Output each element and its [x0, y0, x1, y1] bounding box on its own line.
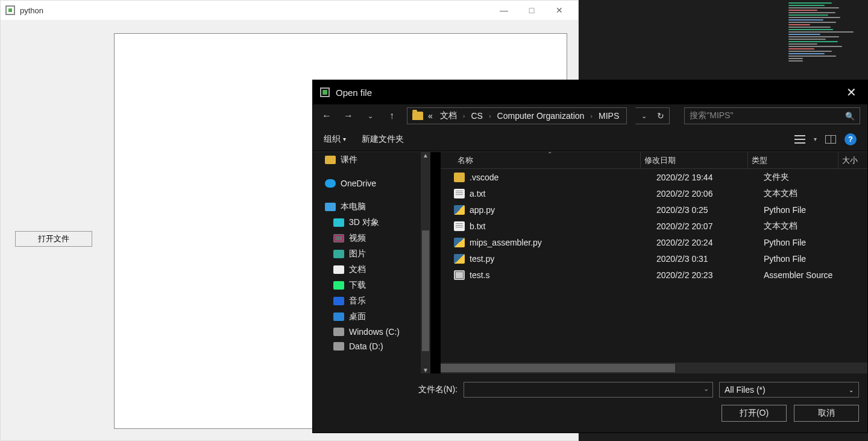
breadcrumb-part[interactable]: MIPS	[596, 111, 621, 121]
sidebar-item[interactable]: Data (D:)	[313, 339, 430, 354]
column-date[interactable]: 修改日期	[641, 152, 748, 168]
video-icon	[333, 234, 344, 243]
refresh-icon[interactable]: ↻	[652, 111, 669, 121]
folder-icon	[325, 156, 336, 164]
file-type: 文本文档	[764, 221, 860, 232]
drive-icon	[333, 328, 344, 336]
chevron-right-icon: ›	[589, 112, 594, 119]
dialog-close-button[interactable]: ✕	[843, 85, 860, 100]
nav-recent-icon[interactable]: ⌄	[363, 112, 377, 120]
sidebar-scrollbar[interactable]: ▲ ▼	[421, 152, 430, 373]
sidebar-item-label: 视频	[349, 233, 366, 244]
open-file-button[interactable]: 打开文件	[15, 231, 92, 247]
maximize-button[interactable]: □	[518, 1, 546, 20]
scroll-down-icon[interactable]: ▼	[421, 367, 430, 373]
sidebar-item[interactable]: 音乐	[313, 293, 430, 309]
py-icon	[454, 238, 465, 247]
music-icon	[333, 297, 344, 305]
nav-forward-icon[interactable]: →	[342, 110, 355, 121]
help-icon[interactable]: ?	[844, 133, 857, 145]
sidebar-item-label: Data (D:)	[349, 341, 383, 351]
file-row[interactable]: .vscode2020/2/2 19:44文件夹	[441, 169, 867, 185]
new-folder-button[interactable]: 新建文件夹	[362, 134, 404, 145]
address-dropdown-icon[interactable]: ⌄	[635, 112, 652, 120]
file-row[interactable]: app.py2020/2/3 0:25Python File	[441, 201, 867, 218]
sidebar-item[interactable]: 课件	[313, 152, 430, 168]
caret-down-icon[interactable]: ▾	[814, 136, 817, 142]
new-folder-label: 新建文件夹	[362, 134, 404, 145]
asm-icon	[454, 270, 465, 280]
file-type-filter[interactable]: All Files (*) ⌄	[719, 382, 859, 398]
file-type: Python File	[764, 254, 860, 264]
nav-up-icon[interactable]: ↑	[385, 110, 398, 121]
file-name: b.txt	[470, 221, 656, 231]
file-row[interactable]: a.txt2020/2/2 20:06文本文档	[441, 185, 867, 201]
file-list-pane: 名称 ⌃ 修改日期 类型 大小 .vscode2020/2/2 19:44文件夹…	[441, 152, 867, 373]
dialog-title: Open file	[336, 87, 372, 98]
sidebar-item[interactable]: 下载	[313, 278, 430, 293]
caret-down-icon: ⌄	[849, 387, 854, 393]
sidebar-item-label: OneDrive	[341, 179, 376, 188]
dialog-toolbar: 组织 ▾ 新建文件夹 ▾ ?	[313, 127, 867, 151]
chevron-right-icon: ›	[462, 112, 467, 119]
filename-dropdown-icon[interactable]: ⌄	[703, 385, 709, 393]
file-date: 2020/2/3 0:31	[656, 254, 764, 264]
filename-input[interactable]: ⌄	[464, 382, 713, 398]
doc-icon	[333, 265, 344, 274]
minimize-button[interactable]: —	[490, 1, 518, 20]
file-name: app.py	[470, 205, 656, 215]
sidebar-item[interactable]: 图片	[313, 246, 430, 262]
file-type: Assembler Source	[764, 270, 860, 280]
file-row[interactable]: b.txt2020/2/2 20:07文本文档	[441, 218, 867, 234]
breadcrumb-part[interactable]: CS	[468, 111, 485, 121]
pc-icon	[325, 203, 336, 211]
code-minimap[interactable]	[788, 2, 861, 63]
sidebar-item-label: Windows (C:)	[349, 327, 400, 337]
sidebar-item[interactable]: 桌面	[313, 309, 430, 325]
file-list-hscrollbar[interactable]	[441, 363, 867, 373]
scroll-thumb[interactable]	[422, 230, 429, 351]
sidebar-item[interactable]: 本电脑	[313, 199, 430, 215]
address-bar[interactable]: « 文档 › CS › Computer Organization › MIPS	[407, 107, 627, 124]
file-name: a.txt	[470, 189, 656, 198]
dialog-navbar: ← → ⌄ ↑ « 文档 › CS › Computer Organizatio…	[313, 104, 867, 127]
file-name: test.s	[470, 270, 656, 280]
file-date: 2020/2/2 20:24	[656, 238, 764, 247]
sidebar-item[interactable]: OneDrive	[313, 176, 430, 191]
sidebar-item[interactable]: 3D 对象	[313, 215, 430, 230]
scroll-up-icon[interactable]: ▲	[421, 152, 430, 159]
view-options-icon[interactable]	[794, 135, 805, 144]
filename-label: 文件名(N):	[321, 384, 458, 395]
search-input[interactable]: 搜索"MIPS" 🔍	[684, 107, 860, 124]
close-window-button[interactable]: ✕	[546, 1, 573, 20]
organize-menu[interactable]: 组织 ▾	[324, 134, 346, 145]
column-size[interactable]: 大小	[838, 152, 867, 168]
py-icon	[454, 254, 465, 264]
preview-pane-icon[interactable]	[825, 135, 836, 144]
column-headers: 名称 ⌃ 修改日期 类型 大小	[441, 152, 867, 169]
breadcrumb-part[interactable]: 文档	[438, 110, 459, 121]
sidebar-item[interactable]: 文档	[313, 262, 430, 278]
dialog-titlebar: Open file ✕	[313, 80, 867, 104]
open-button[interactable]: 打开(O)	[722, 405, 787, 422]
file-row[interactable]: mips_assembler.py2020/2/2 20:24Python Fi…	[441, 234, 867, 250]
file-row[interactable]: test.py2020/2/3 0:31Python File	[441, 250, 867, 267]
desk-icon	[333, 313, 344, 321]
breadcrumb-part[interactable]: Computer Organization	[495, 111, 587, 121]
file-row[interactable]: test.s2020/2/2 20:23Assembler Source	[441, 267, 867, 283]
file-date: 2020/2/3 0:25	[656, 205, 764, 215]
file-name: mips_assembler.py	[470, 238, 656, 247]
sidebar-item-label: 本电脑	[341, 201, 366, 212]
file-type: Python File	[764, 238, 860, 247]
hscroll-thumb[interactable]	[441, 364, 675, 372]
search-icon: 🔍	[845, 112, 855, 121]
nav-back-icon[interactable]: ←	[320, 110, 333, 121]
sidebar-item[interactable]: 视频	[313, 230, 430, 246]
column-type[interactable]: 类型	[748, 152, 838, 168]
file-date: 2020/2/2 20:07	[656, 221, 764, 231]
column-name[interactable]: 名称 ⌃	[454, 152, 641, 168]
sidebar-item[interactable]: Windows (C:)	[313, 325, 430, 339]
dialog-footer: 文件名(N): ⌄ All Files (*) ⌄ 打开(O) 取消	[313, 373, 867, 433]
file-name: .vscode	[470, 173, 656, 182]
cancel-button[interactable]: 取消	[794, 405, 859, 422]
